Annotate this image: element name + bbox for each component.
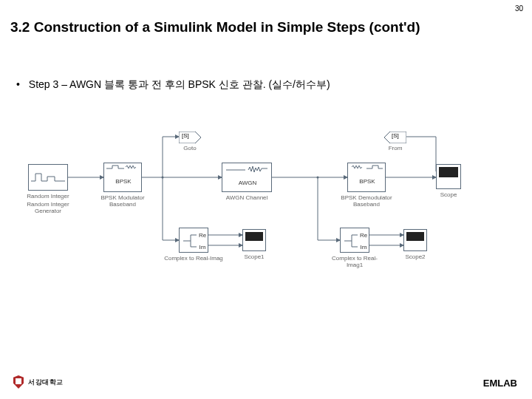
block-scope1 xyxy=(242,229,266,251)
block-scope xyxy=(436,164,461,189)
section-title: 3.2 Construction of a Simulink Model in … xyxy=(10,19,522,35)
svg-text:Re: Re xyxy=(199,232,207,239)
block-awgn: AWGN xyxy=(222,163,272,192)
block-from: [S] xyxy=(384,132,405,142)
awgn-inner-text: AWGN xyxy=(239,180,257,186)
svg-text:Re: Re xyxy=(360,232,368,239)
footer-university: 서강대학교 xyxy=(13,375,64,389)
simulink-diagram: Random Integer Random Integer Generator … xyxy=(22,118,510,288)
footer-lab: EMLAB xyxy=(483,378,517,389)
svg-point-9 xyxy=(162,177,164,179)
caption-c2ri-2: Complex to Real-Imag1 xyxy=(325,255,384,268)
svg-text:Im: Im xyxy=(361,244,367,250)
caption-from: From xyxy=(366,145,425,151)
caption-scope: Scope xyxy=(419,191,478,198)
caption-bpsk-mod: BPSK Modulator Baseband xyxy=(93,194,152,208)
svg-point-10 xyxy=(317,177,319,179)
caption-scope1: Scope1 xyxy=(225,253,284,260)
from-tag-text: [S] xyxy=(392,132,399,139)
university-name: 서강대학교 xyxy=(28,378,64,387)
block-bpsk-demodulator: BPSK xyxy=(347,163,386,192)
caption-goto: Goto xyxy=(160,145,219,151)
caption-bpsk-demod: BPSK Demodulator Baseband xyxy=(337,194,396,208)
block-random-integer-inner xyxy=(31,167,65,188)
block-random-integer xyxy=(28,164,68,191)
bullet-icon: • xyxy=(16,78,20,90)
label-random-integer: Random Integer xyxy=(18,193,78,200)
caption-awgn: AWGN Channel xyxy=(217,194,276,201)
svg-text:Im: Im xyxy=(200,244,206,250)
block-bpsk-modulator: BPSK xyxy=(103,163,142,192)
caption-c2ri-1: Complex to Real-Imag xyxy=(164,255,223,262)
block-scope2 xyxy=(403,229,427,251)
page-number: 30 xyxy=(515,4,523,13)
bpsk-mod-inner-text: BPSK xyxy=(115,178,132,185)
caption-random-integer: Random Integer Generator xyxy=(18,201,78,214)
goto-tag-text: [S] xyxy=(182,132,189,139)
block-complex-realimag-1: Re Im xyxy=(179,228,208,253)
bpsk-demod-inner-text: BPSK xyxy=(359,178,375,185)
caption-scope2: Scope2 xyxy=(386,253,445,260)
block-goto: [S] xyxy=(179,132,200,142)
block-complex-realimag-2: Re Im xyxy=(340,228,369,253)
shield-icon xyxy=(13,375,24,389)
step-line: • Step 3 – AWGN 블록 통과 전 후의 BPSK 신호 관찰. (… xyxy=(16,78,330,92)
step-text: Step 3 – AWGN 블록 통과 전 후의 BPSK 신호 관찰. (실수… xyxy=(29,78,330,90)
